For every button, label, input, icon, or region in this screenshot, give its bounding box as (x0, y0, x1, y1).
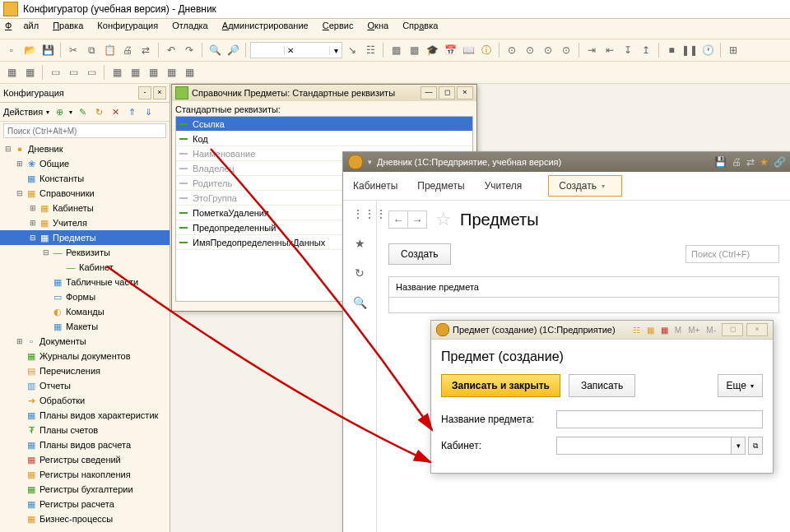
dlg-tb-icon1[interactable]: ☷ (630, 326, 643, 335)
tree-cabinet-req[interactable]: —Кабинет (0, 260, 170, 275)
tbl2-icon[interactable]: ▦ (21, 64, 38, 81)
tree-common[interactable]: ⊞❀Общие (0, 156, 170, 171)
stop-icon[interactable]: ■ (663, 42, 680, 58)
up-icon[interactable]: ⇑ (125, 105, 138, 118)
ent-nav-cabinets[interactable]: Кабинеты (353, 180, 397, 192)
tb2d-icon[interactable]: ▦ (109, 64, 125, 81)
tree-accounts[interactable]: ₮Планы счетов (0, 423, 170, 437)
tbl1-icon[interactable]: ▦ (3, 64, 20, 81)
step3-icon[interactable]: ↧ (620, 42, 636, 58)
tree-processing[interactable]: ➜Обработки (0, 393, 170, 408)
new-icon[interactable]: ▫ (3, 42, 20, 58)
panel-close-icon[interactable]: × (153, 86, 166, 99)
tree-tabular[interactable]: ▦Табличные части (0, 275, 170, 289)
tree-bookregs[interactable]: ▦Регистры бухгалтерии (0, 482, 170, 497)
brk3-icon[interactable]: ⊙ (540, 42, 556, 58)
tb2h-icon[interactable]: ▦ (181, 64, 198, 81)
dlg-tb-m[interactable]: M (672, 326, 684, 335)
copy-icon[interactable]: ⧉ (83, 42, 100, 58)
ent-link-icon[interactable]: 🔗 (774, 156, 786, 168)
tree-subjects[interactable]: ⊟▦Предметы (0, 230, 170, 245)
clock-icon[interactable]: 🕐 (699, 42, 716, 58)
ent-nav-teachers[interactable]: Учителя (485, 180, 523, 192)
open-icon[interactable]: 📂 (21, 42, 38, 58)
goto-icon[interactable]: ↘ (344, 42, 360, 58)
calendar-icon[interactable]: 📅 (442, 42, 458, 58)
brk4-icon[interactable]: ⊙ (558, 42, 574, 58)
db1-icon[interactable]: ▦ (388, 42, 404, 58)
tree-calcregs[interactable]: ▦Регистры расчета (0, 497, 170, 511)
tree-forms[interactable]: ▭Формы (0, 289, 170, 304)
ent-fav-icon[interactable]: ★ (352, 237, 367, 252)
down-icon[interactable]: ⇓ (142, 105, 155, 118)
tb2b-icon[interactable]: ▭ (65, 64, 81, 81)
menu-service[interactable]: Сервис (323, 21, 354, 30)
tree-requisites[interactable]: ⊟—Реквизиты (0, 245, 170, 260)
ent-star-icon[interactable]: ★ (760, 156, 769, 168)
tree-accregs[interactable]: ▦Регистры накопления (0, 467, 170, 482)
req-win-max[interactable]: ◻ (439, 86, 455, 99)
dlg-max[interactable]: ◻ (722, 323, 743, 336)
refresh-icon[interactable]: ↻ (92, 105, 105, 118)
tree-constants[interactable]: ▦Константы (0, 171, 170, 186)
actions-label[interactable]: Действия (3, 107, 43, 117)
tree-catalogs[interactable]: ⊟▦Справочники (0, 186, 170, 201)
tree-bizproc[interactable]: ▦Бизнес-процессы (0, 511, 170, 526)
ent-dropdown-icon[interactable]: ▾ (368, 158, 372, 166)
ent-col-name[interactable]: Название предмета (389, 277, 778, 298)
panel-pin-icon[interactable]: - (138, 86, 151, 99)
save-icon[interactable]: 💾 (40, 42, 56, 58)
print-icon[interactable]: 🖨 (119, 42, 136, 58)
menu-config[interactable]: Конфигурация (97, 21, 158, 30)
req-win-title[interactable]: Справочник Предметы: Стандартные реквизи… (172, 85, 476, 101)
brk2-icon[interactable]: ⊙ (522, 42, 538, 58)
props-icon[interactable]: ☷ (362, 42, 379, 58)
tb2a-icon[interactable]: ▭ (47, 64, 63, 81)
pause-icon[interactable]: ❚❚ (681, 42, 698, 58)
info-icon[interactable]: ⓘ (478, 42, 495, 58)
dlg-tb-icon2[interactable]: ▦ (644, 326, 657, 335)
step1-icon[interactable]: ⇥ (583, 42, 600, 58)
more-button[interactable]: Еще▾ (718, 374, 763, 397)
tree-enums[interactable]: ▤Перечисления (0, 363, 170, 378)
menu-edit[interactable]: Правка (53, 21, 83, 30)
tb2e-icon[interactable]: ▦ (127, 64, 143, 81)
ent-lock-icon[interactable]: ⇄ (746, 156, 755, 168)
tree-layouts[interactable]: ▦Макеты (0, 319, 170, 334)
ent-search-input[interactable]: Поиск (Ctrl+F) (685, 245, 779, 263)
tree-commands[interactable]: ◐Команды (0, 304, 170, 319)
zoom-icon[interactable]: 🔎 (225, 42, 241, 58)
wizard-icon[interactable]: 🎓 (424, 42, 440, 58)
ent-print-icon[interactable]: 🖨 (732, 156, 741, 168)
menu-windows[interactable]: Окна (368, 21, 389, 30)
req-win-min[interactable]: — (421, 86, 437, 99)
step4-icon[interactable]: ↥ (638, 42, 654, 58)
tree-calcplans[interactable]: ▦Планы видов расчета (0, 437, 170, 452)
cabinet-dropdown-icon[interactable]: ▾ (731, 437, 746, 455)
dlg-tb-mplus[interactable]: M+ (685, 326, 702, 335)
edit-icon[interactable]: ✎ (76, 105, 89, 118)
ent-fwd-icon[interactable]: → (407, 211, 426, 228)
save-close-button[interactable]: Записать и закрыть (441, 374, 560, 397)
quick-search-combo[interactable]: ✕▾ (250, 42, 342, 58)
tb2g-icon[interactable]: ▦ (163, 64, 179, 81)
tree-cabinets[interactable]: ⊞▦Кабинеты (0, 201, 170, 215)
tree-teachers[interactable]: ⊞▦Учителя (0, 215, 170, 230)
req-item[interactable]: Ссылка (176, 117, 472, 132)
ent-search-icon[interactable]: 🔍 (352, 296, 367, 311)
save-button[interactable]: Записать (569, 374, 635, 397)
compare-icon[interactable]: ⇄ (137, 42, 154, 58)
tb2f-icon[interactable]: ▦ (145, 64, 161, 81)
menu-debug[interactable]: Отладка (172, 21, 207, 30)
ent-nav-subjects[interactable]: Предметы (417, 180, 464, 192)
ent-apps-icon[interactable]: ⋮⋮⋮ (352, 207, 367, 222)
ent-create-button[interactable]: Создать (388, 243, 451, 265)
ent-title[interactable]: ▾ Дневник (1С:Предприятие, учебная верси… (343, 152, 790, 172)
tree-charchars[interactable]: ▦Планы видов характеристик (0, 408, 170, 423)
req-win-close[interactable]: × (457, 86, 473, 99)
add-icon[interactable]: ⊕ (53, 105, 66, 118)
undo-icon[interactable]: ↶ (163, 42, 179, 58)
tree-journals[interactable]: ▦Журналы документов (0, 349, 170, 363)
ent-save-icon[interactable]: 💾 (714, 156, 727, 168)
dlg-close[interactable]: × (746, 323, 768, 336)
